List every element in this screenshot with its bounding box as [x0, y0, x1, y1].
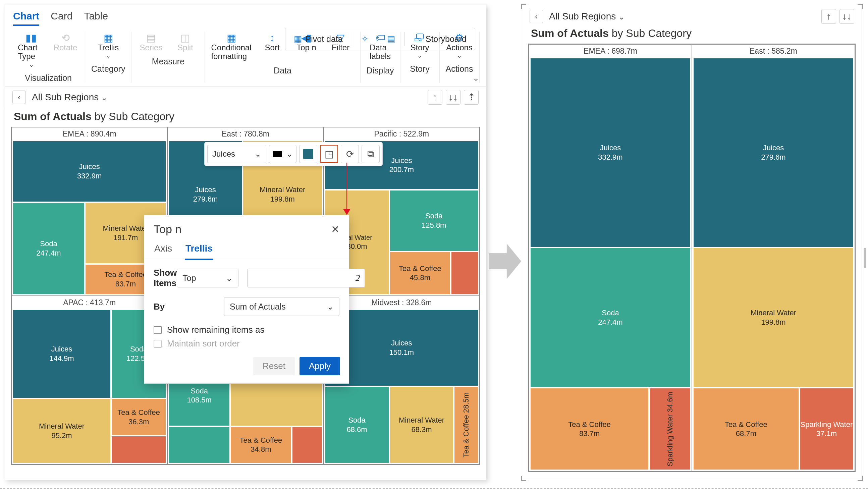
- reset-button[interactable]: Reset: [253, 357, 295, 375]
- treemap-cell[interactable]: Juices144.9m: [12, 309, 111, 399]
- trellis-icon: ▦: [104, 32, 113, 43]
- format-series-select[interactable]: Juices⌄: [207, 145, 266, 163]
- tab-table[interactable]: Table: [84, 10, 108, 26]
- format-refresh-button[interactable]: ⟳: [341, 145, 359, 163]
- format-color-select[interactable]: ⌄: [269, 145, 297, 163]
- copy-icon: ⧉: [367, 149, 374, 160]
- group-measure: Measure: [152, 57, 184, 66]
- treemap-cell[interactable]: Soda68.6m: [325, 386, 390, 463]
- format-steps-button[interactable]: ◳: [320, 145, 338, 163]
- show-remaining-checkbox[interactable]: Show remaining items as: [154, 325, 339, 335]
- rotate-icon: ⟲: [61, 32, 70, 43]
- trellis-header: Pacific : 522.9m: [325, 128, 478, 141]
- format-fill-button[interactable]: [299, 145, 317, 163]
- dialog-title: Top n: [154, 223, 181, 236]
- treemap-cell[interactable]: Soda247.4m: [530, 247, 691, 388]
- group-display: Display: [367, 66, 394, 75]
- treemap-cell[interactable]: [451, 251, 478, 295]
- treemap-cell[interactable]: Tea & Coffee34.8m: [230, 426, 292, 463]
- treemap-cell[interactable]: Soda125.8m: [390, 190, 478, 251]
- treemap-cell[interactable]: Mineral Water68.3m: [390, 386, 454, 463]
- treemap-cell[interactable]: Tea & Coffee36.3m: [111, 398, 166, 435]
- right-panel: ↓↓↓↓↓↓⤢ ‹ All Sub Regions ⌄ ↑ ↓↓ Sum of …: [522, 5, 862, 480]
- magic-button[interactable]: ✧: [355, 31, 374, 47]
- storyboard-button[interactable]: ▭Storyboard: [408, 31, 472, 47]
- cond-format-icon: ▦: [227, 32, 236, 43]
- trellis-button[interactable]: ▦Trellis⌄: [95, 32, 122, 59]
- trellis-header: EMEA : 890.4m: [12, 128, 166, 141]
- breadcrumb-title[interactable]: All Sub Regions ⌄: [32, 92, 107, 103]
- treemap-cell[interactable]: Tea & Coffee45.8m: [390, 251, 451, 295]
- trellis-grid-after: EMEA : 698.7m Juices332.9m Soda247.4m Te…: [522, 43, 862, 478]
- dialog-tab-axis[interactable]: Axis: [154, 239, 173, 260]
- sort-desc-button[interactable]: ↓↓: [839, 9, 854, 24]
- wand-icon: ✧: [361, 34, 369, 44]
- grid-button[interactable]: ▤: [381, 31, 401, 47]
- presentation-icon: ▭: [414, 34, 422, 44]
- group-story: Story: [410, 64, 429, 74]
- sort-desc-button[interactable]: ↓↓: [446, 90, 461, 105]
- sort-button[interactable]: ↕Sort: [259, 32, 286, 61]
- apply-button[interactable]: Apply: [300, 357, 340, 375]
- visual-tabs: Chart Card Table: [5, 5, 486, 26]
- trellis-header: EMEA : 698.7m: [530, 45, 691, 58]
- back-button[interactable]: ‹: [530, 10, 543, 23]
- trellis-header: East : 585.2m: [693, 45, 854, 58]
- chart-title: Sum of Actuals by Sub Category: [522, 25, 862, 43]
- treemap-cell[interactable]: [111, 436, 166, 463]
- treemap-cell[interactable]: Juices332.9m: [530, 58, 691, 247]
- sort-asc-button[interactable]: ↑: [822, 9, 836, 24]
- treemap-cell[interactable]: [292, 426, 323, 463]
- treemap-cell[interactable]: Soda247.4m: [12, 202, 85, 295]
- show-items-label: Show Items: [154, 268, 177, 288]
- tab-chart[interactable]: Chart: [13, 10, 39, 26]
- bar-chart-icon: ▮▮: [26, 32, 37, 43]
- conditional-formatting-button[interactable]: ▦Conditional formatting: [211, 32, 251, 61]
- expand-button[interactable]: ⇡: [464, 90, 478, 105]
- treemap-cell[interactable]: Tea & Coffee68.7m: [693, 388, 799, 470]
- treemap-cell[interactable]: Mineral Water95.2m: [12, 398, 111, 463]
- trellis-header: APAC : 413.7m: [12, 297, 166, 309]
- by-label: By: [154, 302, 224, 312]
- sort-icon: ↕: [270, 32, 275, 43]
- grid-icon: ▤: [387, 34, 396, 44]
- ribbon: ▦Pivot data ✧ ▤ ▭Storyboard ▮▮Chart Type…: [5, 26, 486, 87]
- chart-title: Sum of Actuals by Sub Category: [5, 108, 486, 127]
- by-select[interactable]: Sum of Actuals⌄: [224, 297, 339, 316]
- breadcrumb-bar: ‹ All Sub Regions ⌄ ↑ ↓↓ ⇡: [5, 87, 486, 108]
- show-items-select[interactable]: Top⌄: [177, 269, 239, 287]
- left-panel: Chart Card Table ▦Pivot data ✧ ▤ ▭Storyb…: [5, 5, 486, 480]
- maintain-sort-checkbox: Maintain sort order: [154, 338, 339, 349]
- treemap-cell[interactable]: Mineral Water199.8m: [693, 247, 854, 388]
- treemap-cell[interactable]: Sparkling Water37.1m: [799, 388, 854, 470]
- format-toolbar: Juices⌄ ⌄ ◳ ⟳ ⧉: [204, 142, 383, 166]
- treemap-cell[interactable]: Sparkling Water 34.6m: [649, 388, 691, 470]
- topn-dialog: Top n✕ Axis Trellis Show Items Top⌄ By S…: [144, 215, 349, 384]
- dialog-close-button[interactable]: ✕: [331, 223, 339, 235]
- breadcrumb-title[interactable]: All Sub Regions ⌄: [549, 11, 624, 22]
- overlay-controls: ↓↓↓↓↓↓⤢: [822, 0, 858, 2]
- series-icon: ▤: [146, 32, 156, 43]
- steps-icon: ◳: [325, 149, 333, 160]
- format-copy-button[interactable]: ⧉: [362, 145, 380, 163]
- pivot-data-button[interactable]: ▦Pivot data: [288, 31, 348, 47]
- treemap-cell[interactable]: [168, 426, 230, 463]
- rotate-button: ⟲Rotate: [52, 32, 79, 68]
- refresh-icon: ⟳: [346, 149, 354, 160]
- dialog-tab-trellis[interactable]: Trellis: [185, 239, 213, 260]
- ribbon-collapse-icon[interactable]: ⌄: [472, 73, 479, 83]
- chart-type-button[interactable]: ▮▮Chart Type⌄: [18, 32, 44, 68]
- back-button[interactable]: ‹: [12, 91, 26, 104]
- treemap-cell[interactable]: Tea & Coffee83.7m: [530, 388, 649, 470]
- split-icon: ◫: [181, 32, 190, 43]
- group-category: Category: [91, 64, 125, 74]
- sort-asc-button[interactable]: ↑: [428, 90, 442, 105]
- show-items-count-input[interactable]: [247, 269, 365, 287]
- treemap-cell[interactable]: Tea & Coffee 28.5m: [454, 386, 478, 463]
- tab-card[interactable]: Card: [51, 10, 72, 26]
- transition-arrow-icon: [489, 243, 521, 280]
- scrollbar-thumb[interactable]: [864, 248, 866, 268]
- treemap-cell[interactable]: Juices279.6m: [693, 58, 854, 247]
- treemap-cell[interactable]: Juices332.9m: [12, 141, 166, 202]
- pivot-icon: ▦: [294, 34, 302, 44]
